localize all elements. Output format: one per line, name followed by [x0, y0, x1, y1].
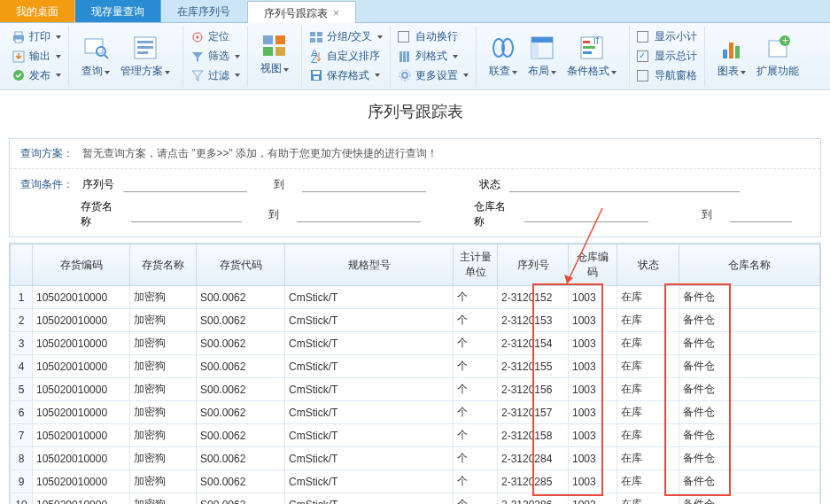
table-row[interactable]: 1105020010000加密狗S00.0062CmStick/T个2-3120… [11, 286, 820, 309]
cell-scode: S00.0062 [197, 401, 285, 424]
row-num: 9 [11, 470, 33, 493]
status-input[interactable] [509, 176, 740, 192]
tab-serial-track[interactable]: 序列号跟踪表× [247, 1, 356, 23]
svg-rect-44 [735, 46, 740, 58]
serial-from-input[interactable] [123, 176, 247, 192]
cond-format-button[interactable]: if条件格式 [562, 27, 622, 85]
cell-scode: S00.0062 [197, 493, 285, 505]
svg-line-7 [105, 55, 108, 58]
column-icon [398, 50, 412, 64]
table-row[interactable]: 10105020010000加密狗S00.0062CmStick/T个2-312… [11, 493, 820, 505]
total-check[interactable]: 显示总计 [637, 47, 697, 66]
table-row[interactable]: 2105020010000加密狗S00.0062CmStick/T个2-3120… [11, 309, 820, 332]
cell-name: 加密狗 [130, 309, 197, 332]
cell-whn: 备件仓 [679, 378, 820, 401]
export-button[interactable]: 输出 [12, 47, 61, 66]
subtotal-check[interactable]: 显示小计 [637, 27, 697, 47]
table-row[interactable]: 6105020010000加密狗S00.0062CmStick/T个2-3120… [11, 401, 820, 424]
filter-button[interactable]: 筛选 [190, 47, 240, 66]
cell-unit: 个 [454, 309, 498, 332]
ribbon: 打印 输出 发布 查询 管理方案 定位 筛选 过滤 视图 分组/交叉 AZ自定义… [0, 23, 830, 90]
serial-to-input[interactable] [302, 176, 426, 192]
sort-button[interactable]: AZ自定义排序 [309, 47, 383, 66]
whname-from-input[interactable] [524, 206, 648, 222]
cell-status: 在库 [617, 286, 679, 309]
cell-spec: CmStick/T [285, 309, 454, 332]
table-row[interactable]: 4105020010000加密狗S00.0062CmStick/T个2-3120… [11, 355, 820, 378]
whname-to-input[interactable] [730, 206, 792, 222]
row-num: 10 [11, 493, 33, 505]
query-button[interactable]: 查询 [76, 27, 115, 85]
stockname-to-input[interactable] [297, 206, 421, 222]
cell-code: 105020010000 [33, 401, 130, 424]
col-status[interactable]: 状态 [617, 244, 679, 286]
cell-code: 105020010000 [33, 332, 130, 355]
print-button[interactable]: 打印 [12, 27, 61, 47]
cell-unit: 个 [454, 493, 498, 505]
query-plan-label: 查询方案： [20, 146, 74, 161]
save-format-button[interactable]: 保存格式 [309, 66, 383, 85]
cell-status: 在库 [617, 309, 679, 332]
col-unit[interactable]: 主计量单位 [454, 244, 498, 286]
locate-button[interactable]: 定位 [190, 27, 240, 47]
cell-code: 105020010000 [33, 378, 130, 401]
cell-status: 在库 [617, 355, 679, 378]
col-wh-code[interactable]: 仓库编码 [569, 244, 617, 286]
filter-clear-icon [190, 68, 205, 82]
svg-rect-10 [137, 46, 153, 49]
query-panel: 查询方案： 暂无查询方案，请点击 "更多>>" 添加，有助于您更加方便快捷的进行… [9, 138, 821, 237]
cell-serial: 2-3120155 [498, 355, 569, 378]
table-row[interactable]: 7105020010000加密狗S00.0062CmStick/T个2-3120… [11, 424, 820, 447]
tab-desktop[interactable]: 我的桌面 [0, 0, 75, 22]
cell-code: 105020010000 [33, 286, 130, 309]
plan-button[interactable]: 管理方案 [115, 27, 175, 85]
col-stock-name[interactable]: 存货名称 [130, 244, 197, 286]
extend-button[interactable]: +扩展功能 [751, 27, 804, 85]
table-row[interactable]: 8105020010000加密狗S00.0062CmStick/T个2-3120… [11, 447, 820, 470]
export-icon [12, 50, 26, 64]
to-label: 到 [268, 207, 279, 222]
svg-rect-42 [723, 50, 727, 58]
auto-wrap-check[interactable]: 自动换行 [398, 27, 469, 47]
layout-button[interactable]: 布局 [523, 27, 562, 85]
tab-stock-query[interactable]: 现存量查询 [75, 0, 161, 22]
cell-spec: CmStick/T [285, 332, 454, 355]
tab-inwh-serial[interactable]: 在库序列号 [161, 0, 247, 22]
cell-wh: 1003 [569, 355, 617, 378]
col-stock-scode[interactable]: 存货代码 [197, 244, 285, 286]
cell-whn: 备件仓 [679, 493, 820, 505]
printer-icon [12, 30, 26, 44]
view-button[interactable]: 视图 [255, 27, 294, 80]
more-settings-button[interactable]: 更多设置 [398, 66, 469, 85]
close-icon[interactable]: × [333, 7, 339, 19]
table-row[interactable]: 5105020010000加密狗S00.0062CmStick/T个2-3120… [11, 378, 820, 401]
svg-rect-27 [399, 51, 402, 62]
cell-whn: 备件仓 [679, 401, 820, 424]
filter-clear-button[interactable]: 过滤 [190, 66, 240, 85]
col-wh-name[interactable]: 仓库名称 [679, 244, 820, 286]
cell-scode: S00.0062 [197, 332, 285, 355]
link-query-button[interactable]: 联查 [484, 27, 523, 85]
cell-whn: 备件仓 [679, 424, 820, 447]
cell-whn: 备件仓 [679, 447, 820, 470]
stockname-from-input[interactable] [131, 206, 242, 222]
cell-whn: 备件仓 [679, 286, 820, 309]
nav-pane-check[interactable]: 导航窗格 [637, 66, 697, 85]
svg-rect-26 [314, 76, 319, 80]
group-button[interactable]: 分组/交叉 [309, 27, 383, 47]
row-num: 4 [11, 355, 33, 378]
svg-rect-36 [531, 43, 539, 58]
filter-icon [190, 50, 205, 64]
cell-code: 105020010000 [33, 447, 130, 470]
col-serial[interactable]: 序列号 [498, 244, 569, 286]
svg-point-30 [402, 73, 407, 78]
publish-button[interactable]: 发布 [12, 66, 61, 85]
view-icon [260, 31, 289, 59]
col-format-button[interactable]: 列格式 [398, 47, 469, 66]
table-row[interactable]: 9105020010000加密狗S00.0062CmStick/T个2-3120… [11, 470, 820, 493]
chart-button[interactable]: 图表 [712, 27, 751, 85]
col-stock-code[interactable]: 存货编码 [33, 244, 130, 286]
table-row[interactable]: 3105020010000加密狗S00.0062CmStick/T个2-3120… [11, 332, 820, 355]
col-spec[interactable]: 规格型号 [285, 244, 454, 286]
svg-rect-2 [15, 39, 22, 43]
